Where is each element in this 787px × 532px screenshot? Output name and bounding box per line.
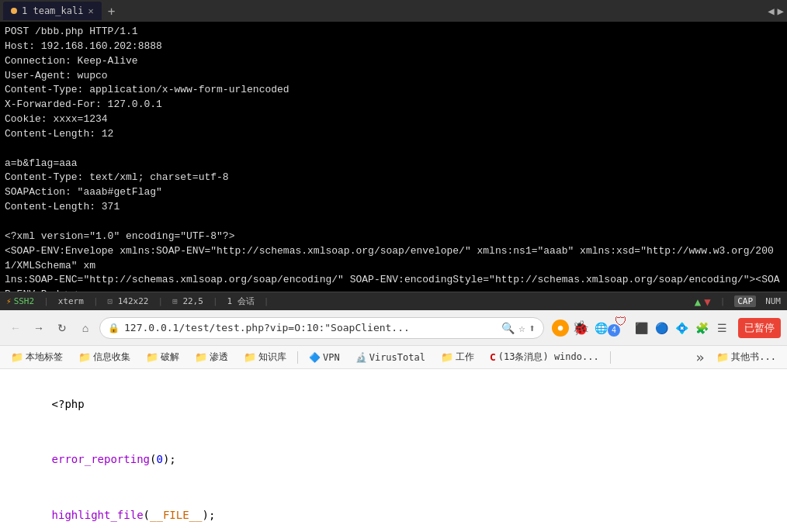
term-line: a=b&flag=aaa [5,157,782,171]
ext-icon-7[interactable]: 💠 [673,320,690,337]
ext-icon-4-wrap: 🛡 4 [612,313,629,343]
star-icon[interactable]: ☆ [518,322,525,334]
folder-icon: 📁 [441,351,453,363]
ext-icon-9[interactable]: ☰ [713,320,730,337]
folder-icon: 📁 [146,351,158,363]
browser-icons: ● 🐞 🌐 🛡 4 ⬛ 🔵 💠 🧩 ☰ [549,313,733,343]
status-app: xterm [58,296,84,306]
terminal-content[interactable]: POST /bbb.php HTTP/1.1 Host: 192.168.160… [0,22,787,292]
code-line-3: highlight_file(__FILE__); [12,488,775,532]
num-indicator: NUM [765,296,781,306]
address-icons: 🔍 ☆ ⬆ [501,322,536,334]
address-bar-input[interactable]: 🔒 127.0.0.1/test/test.php?vip=O:10:"Soap… [99,317,544,339]
browser-content: <?php error_reporting(0); highlight_file… [0,369,787,532]
term-line: Connection: Keep-Alive [5,54,782,69]
folder-icon: 📁 [11,351,23,363]
term-line: X-Forwarded-For: 127.0.0.1 [5,98,782,112]
status-ssh: ⚡ SSH2 [6,296,34,306]
lock-icon: 🔒 [108,323,120,333]
tab-bar: 1 team_kali ✕ + ◀ ▶ [0,0,787,22]
bookmark-label: 信息收集 [93,351,130,364]
bookmark-work[interactable]: 📁 工作 [435,348,480,366]
term-line: User-Agent: wupco [5,69,782,84]
term-line: SOAPAction: "aaab#getFlag" [5,185,782,200]
nav-prev-icon[interactable]: ◀ [768,5,774,17]
stop-button[interactable]: 已暂停 [738,318,781,338]
download-arrow-icon: ▼ [704,295,710,308]
vt-icon: 🔬 [355,352,367,363]
bookmark-label: 渗透 [210,351,228,364]
status-position: ⊞ 22,5 [172,296,203,306]
code-line-2: error_reporting(0); [12,432,775,487]
term-line: Content-Type: application/x-www-form-url… [5,83,782,98]
bookmark-knowledge[interactable]: 📁 知识库 [237,348,293,366]
term-line: Content-Type: text/xml; charset=utf-8 [5,171,782,185]
status-size: ⊡ 142x22 [108,296,149,306]
share-icon[interactable]: ⬆ [529,322,536,334]
ext-icon-5[interactable]: ⬛ [633,320,650,337]
bookmark-label: VPN [323,352,340,363]
bookmark-label: 工作 [456,351,474,364]
terminal-tab[interactable]: 1 team_kali ✕ [3,2,102,20]
bookmark-divider-2 [610,351,611,364]
refresh-button[interactable]: ↻ [53,319,71,337]
ext-icon-6[interactable]: 🔵 [653,320,670,337]
bookmark-info[interactable]: 📁 信息收集 [72,348,137,366]
tab-dot [11,8,17,14]
new-tab-button[interactable]: + [105,4,119,19]
bookmark-crack[interactable]: 📁 破解 [140,348,185,366]
browser-wrapper: ← → ↻ ⌂ 🔒 127.0.0.1/test/test.php?vip=O:… [0,310,787,532]
bookmark-label: 其他书... [731,351,776,364]
code-line-1: <?php [12,377,775,432]
bookmark-vpn[interactable]: 🔷 VPN [303,350,346,365]
term-line: Host: 192.168.160.202:8888 [5,40,782,54]
term-line: Content-Length: 371 [5,200,782,215]
address-bar: ← → ↻ ⌂ 🔒 127.0.0.1/test/test.php?vip=O:… [0,310,787,346]
status-bar: ⚡ SSH2 | xterm | ⊡ 142x22 | ⊞ 22,5 | 1 会… [0,292,787,310]
ext-icon-8[interactable]: 🧩 [693,320,710,337]
vpn-icon: 🔷 [309,352,321,363]
folder-icon: 📁 [78,351,91,363]
forward-button[interactable]: → [29,319,48,337]
folder-icon: 📁 [195,351,207,363]
term-line: POST /bbb.php HTTP/1.1 [5,25,782,40]
bookmark-pentest[interactable]: 📁 渗透 [189,348,234,366]
term-line: <SOAP-ENV:Envelope xmlns:SOAP-ENV="http:… [5,244,782,292]
term-line: Cookie: xxxx=1234 [5,112,782,127]
ext-icon-1[interactable]: ● [552,320,569,337]
term-line [5,215,782,230]
folder-icon: 📁 [716,351,729,363]
term-line: Content-Length: 12 [5,127,782,142]
extension-badge: 4 [608,324,620,337]
search-icon: 🔍 [501,322,515,334]
term-line: <?xml version="1.0" encoding="UTF-8"?> [5,230,782,244]
bookmarks-more-button[interactable]: » [692,349,707,365]
bookmarks-bar: 📁 本地标签 📁 信息收集 📁 破解 📁 渗透 📁 知识库 🔷 VPN 🔬 Vi… [0,346,787,369]
tab-label: 1 team_kali [22,5,83,16]
ext-icon-2[interactable]: 🐞 [572,320,589,337]
bookmark-label: 破解 [161,351,179,364]
bookmark-local[interactable]: 📁 本地标签 [5,348,69,366]
ext-icon-3[interactable]: 🌐 [592,320,609,337]
bookmark-divider [297,351,298,364]
back-button[interactable]: ← [6,319,25,337]
nav-next-icon[interactable]: ▶ [778,5,784,17]
csdn-icon: C [490,351,496,363]
tab-close-icon[interactable]: ✕ [88,5,93,16]
cap-indicator: CAP [734,295,756,307]
status-sessions: 1 会话 [227,295,255,307]
home-button[interactable]: ⌂ [76,319,95,337]
status-arrows: ▲ ▼ [695,295,711,308]
terminal-wrapper: 1 team_kali ✕ + ◀ ▶ POST /bbb.php HTTP/1… [0,0,787,310]
upload-arrow-icon: ▲ [695,295,701,308]
bookmark-label: 本地标签 [26,351,63,364]
url-text: 127.0.0.1/test/test.php?vip=O:10:"SoapCl… [124,322,497,333]
bookmark-virustotal[interactable]: 🔬 VirusTotal [349,350,432,365]
bookmark-other[interactable]: 📁 其他书... [710,348,782,366]
bookmark-csdn[interactable]: C (13条消息) windo... [484,348,605,366]
term-line [5,142,782,157]
bookmark-label: 知识库 [258,351,286,364]
bookmark-label: VirusTotal [369,352,425,363]
bookmark-label: (13条消息) windo... [498,351,599,364]
folder-icon: 📁 [244,351,256,363]
